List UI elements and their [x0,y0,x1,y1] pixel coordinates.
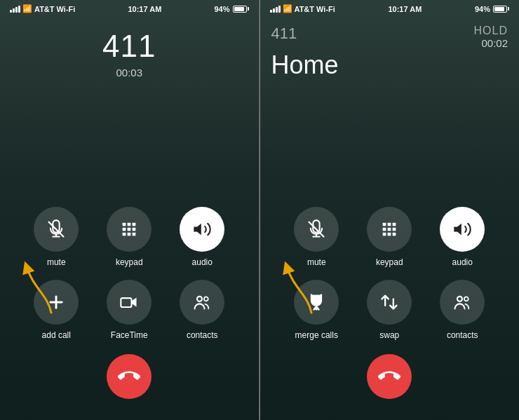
status-right-right: 94% [475,5,509,13]
battery-icon [233,6,249,13]
status-bar-right: 📶 AT&T Wi-Fi 10:17 AM 94% [260,0,520,16]
people-icon-left [192,292,212,312]
end-call-button-left[interactable] [107,354,151,399]
grid-icon [119,219,139,239]
contacts-button-left[interactable]: contacts [174,280,230,340]
arrow-svg-left [20,260,58,316]
grid-icon-right [379,219,399,239]
audio-button[interactable]: audio [174,207,230,267]
signal-bars [10,6,20,13]
facetime-button[interactable]: FaceTime [101,280,157,340]
call-timer: 00:03 [102,67,156,79]
svg-rect-3 [133,223,136,226]
svg-rect-19 [393,223,396,226]
audio-circle-right [440,207,485,252]
status-left: 📶 AT&T Wi-Fi [10,4,75,13]
facetime-circle [107,280,151,325]
speaker-icon-right [452,219,472,239]
svg-point-14 [204,297,208,301]
contacts-button-right[interactable]: contacts [434,280,490,340]
call-hold-badge: HOLD [474,25,508,37]
carrier-text: AT&T Wi-Fi [34,5,75,13]
audio-label: audio [192,257,213,267]
mute-circle-right [294,207,339,252]
call-number: 411 [102,29,156,64]
svg-point-13 [197,297,202,302]
keypad-circle [107,207,151,252]
battery-icon-right [493,6,509,13]
phone-end-icon-left [118,365,140,388]
arrow-annotation-left [20,260,58,316]
svg-point-28 [464,297,469,301]
svg-rect-9 [133,233,136,236]
svg-rect-21 [388,228,391,231]
left-phone-screen: 📶 AT&T Wi-Fi 10:17 AM 94% 411 00:03 [0,0,260,420]
keypad-label-right: keypad [376,257,403,267]
swap-icon [379,292,399,312]
contacts-label-right: contacts [447,330,478,340]
call-name: Home [271,50,508,80]
signal-bars-right [270,6,281,13]
buttons-grid-left: mute keypad [28,207,230,340]
swap-label: swap [379,330,399,340]
people-icon-right [452,292,472,312]
wifi-icon: 📶 [22,4,32,13]
svg-rect-24 [388,233,391,236]
keypad-button-right[interactable]: keypad [361,207,417,267]
svg-rect-5 [128,228,131,231]
phone-end-icon-right [378,365,400,388]
facetime-label: FaceTime [111,330,148,340]
svg-rect-7 [123,233,126,236]
mic-off-icon [46,219,66,239]
call-info-right: 411 HOLD 00:02 Home [260,16,520,80]
svg-point-27 [457,297,462,302]
buttons-grid-right: mute keypad [288,207,490,340]
mute-button-right[interactable]: mute [288,207,344,267]
time-text-right: 10:17 AM [388,5,422,13]
audio-button-right[interactable]: audio [434,207,490,267]
right-phone-screen: 📶 AT&T Wi-Fi 10:17 AM 94% 411 HOLD 00:02… [260,0,520,420]
keypad-button[interactable]: keypad [101,207,157,267]
svg-rect-23 [383,233,386,236]
contacts-circle-left [180,280,224,325]
carrier-text-right: AT&T Wi-Fi [295,5,335,13]
contacts-circle-right [440,280,485,325]
keypad-label: keypad [116,257,143,267]
arrow-svg-right [280,260,318,316]
call-timer-right: 00:02 [481,37,508,49]
battery-pct: 94% [214,5,229,13]
svg-rect-6 [133,228,136,231]
status-bar-left: 📶 AT&T Wi-Fi 10:17 AM 94% [0,0,259,16]
svg-rect-20 [383,228,386,231]
audio-circle [180,207,224,252]
svg-rect-18 [388,223,391,226]
end-call-button-right[interactable] [367,354,412,399]
arrow-annotation-right [280,260,318,316]
mute-circle [34,207,79,252]
time-text: 10:17 AM [128,5,161,13]
svg-rect-12 [121,298,132,307]
mute-button[interactable]: mute [28,207,84,267]
svg-rect-25 [393,233,396,236]
contacts-label-left: contacts [187,330,218,340]
svg-rect-8 [128,233,131,236]
audio-label-right: audio [452,257,473,267]
swap-button[interactable]: swap [361,280,417,340]
call-info-left: 411 00:03 [102,29,156,79]
keypad-circle-right [367,207,412,252]
swap-circle [367,280,412,325]
status-left-right: 📶 AT&T Wi-Fi [270,4,335,13]
status-right: 94% [214,5,248,13]
merge-calls-label: merge calls [295,330,338,340]
call-number-secondary: 411 [271,25,297,43]
battery-pct-right: 94% [475,5,490,13]
call-info-right-top: 411 HOLD 00:02 [271,25,508,49]
svg-rect-4 [123,228,126,231]
wifi-icon-right: 📶 [283,4,292,13]
svg-rect-17 [383,223,386,226]
svg-rect-1 [123,223,126,226]
mic-off-icon-right [306,219,326,239]
add-call-label: add call [42,330,71,340]
video-icon [119,292,139,312]
speaker-icon [192,219,212,239]
